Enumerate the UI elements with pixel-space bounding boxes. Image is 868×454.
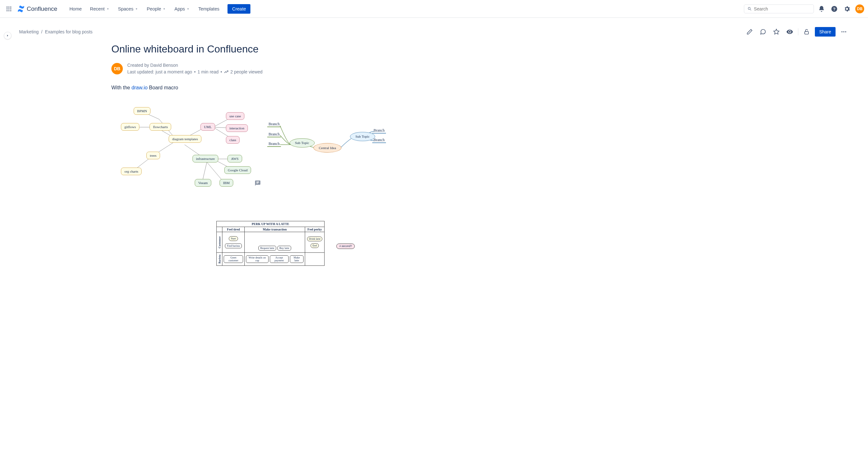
create-button[interactable]: Create	[227, 4, 250, 14]
restrictions-icon[interactable]	[802, 27, 812, 37]
page-byline: DB Created by David Benson Last updated:…	[111, 62, 430, 75]
edit-icon[interactable]	[745, 27, 755, 37]
comment-bubble-icon[interactable]	[254, 180, 261, 188]
nav-people[interactable]: People	[144, 4, 169, 13]
svg-point-4	[8, 8, 9, 9]
branch-1[interactable]: Branch	[267, 122, 281, 127]
swim-make[interactable]: Make latte	[290, 255, 304, 263]
svg-point-1	[8, 6, 9, 7]
svg-point-14	[843, 31, 844, 32]
svg-point-3	[7, 8, 8, 9]
swim-col-3: Feel perky	[305, 227, 324, 232]
chevron-down-icon	[134, 7, 138, 11]
chevron-down-icon	[186, 7, 190, 11]
svg-text:?: ?	[833, 6, 836, 11]
sub-topic-left[interactable]: Sub Topic	[289, 138, 315, 148]
read-time: 1 min read	[197, 69, 219, 75]
node-class[interactable]: class	[226, 136, 240, 144]
branch-5[interactable]: Branch	[372, 138, 386, 143]
confluence-logo[interactable]: Confluence	[15, 5, 59, 13]
node-bpmn[interactable]: BPMN	[134, 107, 151, 115]
swim-start[interactable]: Start	[229, 236, 238, 241]
chevron-down-icon	[106, 7, 110, 11]
nav-recent[interactable]: Recent	[87, 4, 113, 13]
help-icon[interactable]: ?	[829, 4, 839, 14]
node-trees[interactable]: trees	[146, 152, 160, 159]
comments-icon[interactable]	[758, 27, 768, 37]
breadcrumb: Marketing / Examples for blog posts	[19, 29, 93, 34]
primary-nav: Home Recent Spaces People Apps Templates	[66, 4, 222, 13]
node-gcloud[interactable]: Google Cloud	[224, 166, 251, 174]
branch-2[interactable]: Branch	[267, 132, 281, 137]
swim-greet[interactable]: Greet customer	[224, 255, 243, 263]
swim-accept[interactable]: Accept payment	[270, 255, 289, 263]
swim-role-barista: Barista	[217, 253, 222, 265]
node-veeam[interactable]: Veeam	[195, 179, 211, 187]
svg-point-6	[7, 10, 8, 11]
created-by: Created by David Benson	[127, 62, 262, 69]
branch-4[interactable]: Branch	[372, 128, 386, 133]
share-button[interactable]: Share	[815, 27, 836, 37]
swim-col-1: Feel tired	[222, 227, 245, 232]
search-icon	[747, 6, 752, 11]
svg-point-13	[842, 31, 842, 32]
analytics-icon	[224, 70, 228, 74]
swim-write[interactable]: Write details on cup	[246, 255, 269, 263]
people-viewed: 2 people viewed	[230, 69, 262, 75]
swim-req[interactable]: Request latte	[258, 246, 276, 251]
swim-end[interactable]: End	[311, 243, 319, 248]
svg-point-15	[845, 31, 846, 32]
notifications-icon[interactable]	[816, 4, 827, 14]
node-ibm[interactable]: IBM	[220, 179, 233, 187]
swimlane-diagram[interactable]: Perk up with a latte Feel tired Make tra…	[216, 221, 324, 266]
branch-3[interactable]: Branch	[267, 141, 281, 147]
whiteboard-diagram[interactable]: BPMN gitflows flowcharts diagram templat…	[111, 100, 430, 202]
node-flowcharts[interactable]: flowcharts	[150, 123, 171, 131]
nav-spaces[interactable]: Spaces	[115, 4, 142, 13]
more-actions-icon[interactable]	[839, 27, 849, 37]
svg-point-0	[7, 6, 8, 7]
node-orgcharts[interactable]: org charts	[121, 167, 142, 175]
product-name: Confluence	[27, 5, 57, 12]
nav-apps[interactable]: Apps	[171, 4, 193, 13]
page-title: Online whiteboard in Confluence	[111, 43, 430, 55]
app-switcher-icon[interactable]	[4, 4, 14, 14]
nav-home[interactable]: Home	[66, 4, 85, 13]
breadcrumb-space[interactable]: Marketing	[19, 29, 38, 34]
swim-col-2: Make transaction	[245, 227, 305, 232]
search-input[interactable]	[754, 6, 810, 11]
intro-text: With the draw.io Board macro	[111, 85, 430, 91]
swim-role-customer: Customer	[217, 232, 222, 253]
swim-buy[interactable]: Buy latte	[277, 246, 291, 251]
page-body: Marketing / Examples for blog posts Shar…	[0, 18, 868, 285]
sub-topic-right[interactable]: Sub Topic	[350, 132, 375, 141]
svg-marker-11	[774, 29, 779, 34]
swim-drink[interactable]: Drink latte	[307, 236, 323, 241]
chevron-down-icon	[162, 7, 166, 11]
author-avatar[interactable]: DB	[111, 63, 123, 74]
central-idea[interactable]: Central Idea	[313, 143, 341, 153]
svg-point-8	[10, 10, 11, 11]
node-gitflows[interactable]: gitflows	[121, 123, 140, 131]
node-aws[interactable]: AWS	[227, 155, 242, 162]
nav-templates[interactable]: Templates	[195, 4, 222, 13]
node-infra[interactable]: infrastructure	[192, 155, 218, 162]
star-icon[interactable]	[771, 27, 781, 37]
sidebar-expand-button[interactable]	[4, 32, 11, 39]
svg-point-5	[10, 8, 11, 9]
node-interaction[interactable]: interaction	[226, 124, 248, 132]
user-avatar[interactable]: DB	[855, 4, 864, 13]
node-usecase[interactable]: use case	[226, 112, 244, 120]
breadcrumb-page[interactable]: Examples for blog posts	[45, 29, 92, 34]
svg-point-7	[8, 10, 9, 11]
top-navigation: Confluence Home Recent Spaces People App…	[0, 0, 868, 18]
node-uml[interactable]: UML	[200, 123, 215, 131]
node-center[interactable]: diagram templates	[168, 135, 202, 143]
settings-icon[interactable]	[842, 4, 852, 14]
watch-icon[interactable]	[785, 27, 795, 37]
search-box[interactable]	[744, 4, 814, 13]
drawio-link[interactable]: draw.io	[131, 85, 148, 90]
page-actions: Share	[745, 27, 849, 37]
swim-find[interactable]: Find barista	[225, 244, 242, 248]
swim-second[interactable]: A second?	[336, 244, 355, 249]
